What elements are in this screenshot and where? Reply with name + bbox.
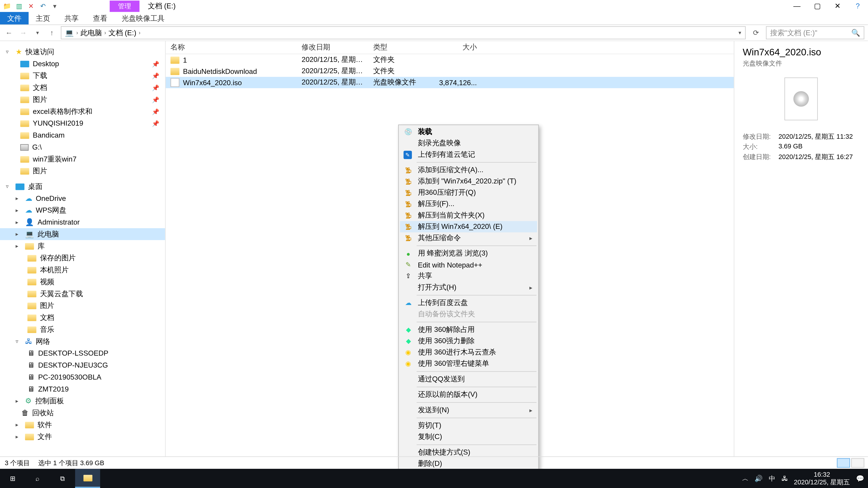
nav-quick-item[interactable]: 图片 <box>0 165 165 177</box>
close-button[interactable]: ✕ <box>827 0 848 12</box>
nav-network-item[interactable]: 🖥PC-20190530OBLA <box>0 371 165 383</box>
column-type[interactable]: 类型 <box>368 42 428 53</box>
ime-indicator[interactable]: 中 <box>769 474 775 483</box>
expand-toggle-icon[interactable]: ▸ <box>16 195 22 201</box>
search-input[interactable]: 搜索"文档 (E:)" 🔍 <box>766 26 864 39</box>
nav-quick-item[interactable]: excel表格制作求和📌 <box>0 105 165 118</box>
nav-desktop-item[interactable]: ▸☁OneDrive <box>0 193 165 204</box>
menu-item[interactable]: 剪切(T) <box>400 420 537 431</box>
menu-item[interactable]: 复制(C) <box>400 431 537 443</box>
chevron-right-icon[interactable]: › <box>104 30 106 36</box>
ribbon-tab-home[interactable]: 主页 <box>29 12 57 24</box>
nav-desktop-root[interactable]: ▿ 桌面 <box>0 181 165 193</box>
context-tab-manage[interactable]: 管理 <box>110 0 140 11</box>
menu-item[interactable]: 🗜添加到压缩文件(A)... <box>400 164 537 176</box>
crumb-drive-e[interactable]: 文档 (E:) <box>108 28 136 38</box>
menu-item[interactable]: 🗜其他压缩命令▸ <box>400 232 537 243</box>
nav-library-item[interactable]: 文档 <box>0 312 165 324</box>
nav-library-item[interactable]: 图片 <box>0 300 165 312</box>
chevron-right-icon[interactable]: › <box>76 30 78 36</box>
menu-item[interactable]: ●用 蜂蜜浏览器 浏览(3) <box>400 248 537 259</box>
view-icons-button[interactable] <box>851 458 864 468</box>
menu-item[interactable]: ◆使用 360强力删除 <box>400 335 537 347</box>
expand-toggle-icon[interactable]: ▸ <box>16 243 22 249</box>
ribbon-tab-view[interactable]: 查看 <box>86 12 115 24</box>
menu-item[interactable]: ✎上传到有道云笔记 <box>400 149 537 160</box>
action-center-icon[interactable]: 💬 <box>856 475 864 482</box>
nav-network-item[interactable]: 🖥ZMT2019 <box>0 383 165 395</box>
menu-item[interactable]: 🗜添加到 "Win7x64_2020.zip" (T) <box>400 176 537 187</box>
menu-item[interactable]: ⇪共享 <box>400 270 537 282</box>
menu-item[interactable]: ◉使用 360进行木马云查杀 <box>400 347 537 358</box>
nav-quick-item[interactable]: Desktop📌 <box>0 58 165 70</box>
nav-recycle-bin[interactable]: 🗑 回收站 <box>0 407 165 419</box>
menu-item[interactable]: 🗜解压到当前文件夹(X) <box>400 210 537 221</box>
expand-toggle-icon[interactable]: ▸ <box>16 207 22 213</box>
ribbon-tab-file[interactable]: 文件 <box>0 12 29 24</box>
nav-control-panel[interactable]: ▸⚙ 控制面板 <box>0 395 165 407</box>
nav-network[interactable]: ▿ 🖧 网络 <box>0 335 165 348</box>
nav-software[interactable]: ▸ 软件 <box>0 419 165 431</box>
menu-item[interactable]: 打开方式(H)▸ <box>400 282 537 293</box>
nav-library-item[interactable]: 保存的图片 <box>0 252 165 264</box>
view-details-button[interactable] <box>837 458 850 468</box>
nav-back-button[interactable]: ← <box>4 27 14 38</box>
clock[interactable]: 16:32 2020/12/25, 星期五 <box>794 470 850 486</box>
menu-item[interactable]: 刻录光盘映像 <box>400 138 537 149</box>
search-button[interactable]: ⌕ <box>25 469 50 488</box>
menu-item[interactable]: ◆使用 360解除占用 <box>400 324 537 335</box>
expand-toggle-icon[interactable]: ▸ <box>16 219 22 225</box>
nav-desktop-item[interactable]: ▸库 <box>0 240 165 252</box>
menu-item[interactable]: 发送到(N)▸ <box>400 404 537 416</box>
nav-quick-access[interactable]: ▿ ★ 快速访问 <box>0 46 165 58</box>
nav-library-item[interactable]: 视频 <box>0 276 165 288</box>
ribbon-tab-disc-tools[interactable]: 光盘映像工具 <box>114 12 172 24</box>
nav-desktop-item[interactable]: ▸☁WPS网盘 <box>0 204 165 216</box>
nav-quick-item[interactable]: 文档📌 <box>0 82 165 94</box>
maximize-button[interactable]: ▢ <box>807 0 827 12</box>
menu-item[interactable]: 🗜用360压缩打开(Q) <box>400 187 537 198</box>
help-button[interactable]: ? <box>848 0 868 12</box>
nav-quick-item[interactable]: YUNQISHI2019📌 <box>0 117 165 129</box>
nav-quick-item[interactable]: 图片📌 <box>0 94 165 105</box>
ribbon-tab-share[interactable]: 共享 <box>57 12 86 24</box>
menu-item[interactable]: ☁上传到百度云盘 <box>400 297 537 308</box>
tray-overflow-icon[interactable]: ︿ <box>742 474 749 483</box>
expand-toggle-icon[interactable]: ▸ <box>16 231 22 237</box>
column-date[interactable]: 修改日期 <box>297 42 368 53</box>
nav-quick-item[interactable]: win7重装win7 <box>0 153 165 165</box>
qat-dropdown-icon[interactable]: ▾ <box>50 1 60 11</box>
nav-desktop-item[interactable]: ▸👤Administrator <box>0 216 165 228</box>
file-row[interactable]: 12020/12/15, 星期二 1...文件夹 <box>166 54 734 66</box>
nav-desktop-item[interactable]: ▸💻此电脑 <box>0 228 165 240</box>
menu-item[interactable]: 🗜解压到 Win7x64_2020\ (E) <box>400 221 537 232</box>
menu-item[interactable]: ◉使用 360管理右键菜单 <box>400 358 537 369</box>
network-icon[interactable]: 🖧 <box>781 475 788 482</box>
breadcrumb[interactable]: 💻 › 此电脑 › 文档 (E:) › ▾ <box>61 26 746 39</box>
menu-item[interactable]: 🗜解压到(F)... <box>400 198 537 210</box>
start-button[interactable]: ⊞ <box>0 469 25 488</box>
nav-network-item[interactable]: 🖥DESKTOP-LSSOEDP <box>0 347 165 359</box>
task-view-button[interactable]: ⧉ <box>50 469 75 488</box>
nav-recent-dropdown[interactable]: ▾ <box>32 27 43 38</box>
breadcrumb-dropdown-icon[interactable]: ▾ <box>739 30 741 36</box>
nav-quick-item[interactable]: 下载📌 <box>0 70 165 82</box>
nav-network-item[interactable]: 🖥DESKTOP-NJEU3CG <box>0 359 165 371</box>
minimize-button[interactable]: — <box>787 0 807 12</box>
menu-item[interactable]: 通过QQ发送到 <box>400 373 537 385</box>
chevron-right-icon[interactable]: › <box>139 30 141 36</box>
refresh-button[interactable]: ⟳ <box>749 27 763 38</box>
nav-library-item[interactable]: 音乐 <box>0 324 165 335</box>
column-name[interactable]: 名称 <box>166 42 297 53</box>
menu-item[interactable]: 还原以前的版本(V) <box>400 389 537 400</box>
volume-icon[interactable]: 🔊 <box>754 475 763 482</box>
nav-quick-item[interactable]: G:\ <box>0 141 165 153</box>
nav-library-item[interactable]: 天翼云盘下载 <box>0 288 165 300</box>
qat-undo-icon[interactable]: ↶ <box>38 1 48 11</box>
qat-checkbox-icon[interactable]: ▥ <box>14 1 24 11</box>
crumb-this-pc[interactable]: 此电脑 <box>81 28 102 38</box>
menu-item[interactable]: ✎Edit with Notepad++ <box>400 259 537 270</box>
nav-forward-button[interactable]: → <box>18 27 29 38</box>
nav-files[interactable]: ▸ 文件 <box>0 431 165 443</box>
nav-library-item[interactable]: 本机照片 <box>0 264 165 276</box>
